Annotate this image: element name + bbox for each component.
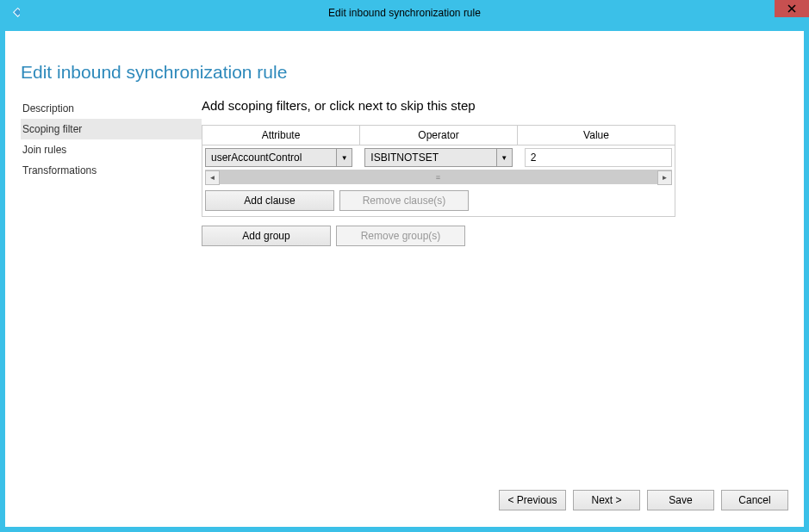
col-value: Value	[518, 126, 675, 145]
add-clause-button[interactable]: Add clause	[205, 190, 334, 211]
col-attribute: Attribute	[202, 126, 360, 145]
filter-group-box: Attribute Operator Value userAccountCont…	[202, 125, 675, 217]
col-operator: Operator	[360, 126, 518, 145]
value-input[interactable]	[525, 148, 672, 167]
nav-join-rules[interactable]: Join rules	[21, 139, 202, 160]
operator-combo[interactable]: ISBITNOTSET ▼	[364, 148, 512, 167]
save-button[interactable]: Save	[647, 490, 714, 510]
horizontal-scrollbar[interactable]: ◄ ≡ ►	[205, 170, 672, 184]
cancel-button[interactable]: Cancel	[721, 490, 788, 510]
previous-button[interactable]: < Previous	[499, 490, 566, 510]
operator-value: ISBITNOTSET	[365, 152, 495, 164]
group-button-row: Add group Remove group(s)	[202, 226, 797, 246]
nav-scoping-filter[interactable]: Scoping filter	[21, 119, 202, 139]
wizard-nav: Description Scoping filter Join rules Tr…	[21, 98, 202, 480]
window-title: Edit inbound synchronization rule	[0, 7, 809, 19]
scroll-thumb[interactable]: ≡	[220, 171, 657, 183]
add-group-button[interactable]: Add group	[202, 226, 331, 246]
scroll-track[interactable]: ≡	[220, 170, 657, 184]
page-title: Edit inbound synchronization rule	[21, 62, 797, 83]
scroll-grip-icon: ≡	[436, 173, 441, 182]
attribute-combo[interactable]: userAccountControl ▼	[205, 148, 352, 167]
nav-transformations[interactable]: Transformations	[21, 160, 202, 181]
remove-clauses-button[interactable]: Remove clause(s)	[339, 190, 469, 211]
grid-header-row: Attribute Operator Value	[202, 126, 675, 145]
clause-button-row: Add clause Remove clause(s)	[202, 187, 675, 216]
nav-description[interactable]: Description	[21, 98, 202, 119]
remove-groups-button[interactable]: Remove group(s)	[336, 226, 465, 246]
attribute-value: userAccountControl	[206, 152, 336, 164]
instruction-text: Add scoping filters, or click next to sk…	[202, 98, 797, 113]
main-panel: Add scoping filters, or click next to sk…	[202, 98, 797, 480]
chevron-down-icon[interactable]: ▼	[336, 149, 352, 166]
close-button[interactable]	[775, 0, 809, 17]
next-button[interactable]: Next >	[573, 490, 640, 510]
scroll-right-icon[interactable]: ►	[657, 170, 672, 185]
scroll-left-icon[interactable]: ◄	[205, 170, 220, 185]
wizard-footer: < Previous Next > Save Cancel	[21, 480, 797, 520]
chevron-down-icon[interactable]: ▼	[496, 149, 512, 166]
app-icon	[0, 0, 26, 26]
value-field[interactable]	[525, 148, 672, 167]
titlebar: Edit inbound synchronization rule	[0, 0, 809, 26]
filter-row: userAccountControl ▼ ISBITNOTSET ▼	[202, 145, 675, 170]
